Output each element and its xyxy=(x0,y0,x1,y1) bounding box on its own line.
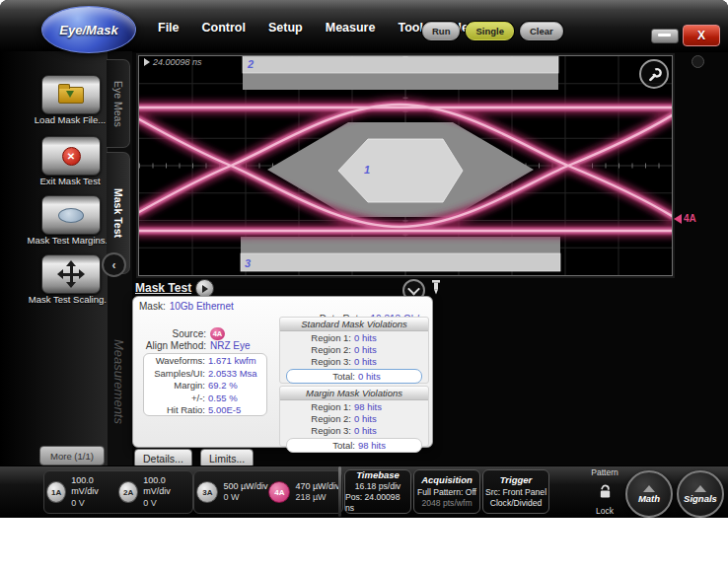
run-button[interactable]: Run xyxy=(422,22,460,40)
timebase-position-flag: 24.00098 ns xyxy=(144,57,202,67)
source-row: Source: 4A xyxy=(137,327,225,340)
mask-regions xyxy=(241,57,560,272)
stat-row: Margin:69.2 % xyxy=(144,380,266,391)
mask-name-row: Mask: 10Gb Ethernet xyxy=(139,301,234,312)
minimize-button[interactable] xyxy=(651,29,679,43)
violation-row: Region 1:0 hits xyxy=(280,332,428,343)
channel-2a-button[interactable]: 2A 100.0 mV/div0 V xyxy=(118,475,190,509)
screenshot-stage: File Control Setup Measure Tools Help Ru… xyxy=(0,0,728,572)
position-label: 24.00098 ns xyxy=(153,57,202,67)
standard-violations-header: Standard Mask Violations xyxy=(280,318,428,331)
position-marker-icon xyxy=(144,58,150,66)
folder-load-icon xyxy=(58,87,84,104)
channel-1a-badge: 1A xyxy=(46,481,66,503)
margin-total-box: Total:98 hits xyxy=(286,438,422,453)
violation-row: Region 3:0 hits xyxy=(280,356,428,367)
mask-top-margin-region xyxy=(243,73,558,90)
menu-measure[interactable]: Measure xyxy=(326,21,376,35)
source-channel-badge: 4A xyxy=(210,327,225,340)
violation-row: Region 2:0 hits xyxy=(280,413,428,424)
standard-mask-violations-group: Standard Mask Violations Region 1:0 hits… xyxy=(279,317,429,384)
tab-eye-meas[interactable]: Eye Meas xyxy=(107,59,130,148)
mask-test-results-panel: Mask: 10Gb Ethernet Data Rate: 10.313 Gb… xyxy=(132,296,433,448)
channel-1a-button[interactable]: 1A 100.0 mV/div0 V xyxy=(46,475,118,509)
channel-4a-badge: 4A xyxy=(268,481,290,503)
violation-row: Region 1:98 hits xyxy=(280,401,428,412)
more-measurements-button[interactable]: More (1/1) xyxy=(39,446,105,465)
eye-ellipse-icon xyxy=(58,208,84,223)
channel-group-1-2: 1A 100.0 mV/div0 V 2A 100.0 mV/div0 V xyxy=(43,470,193,514)
trigger-panel[interactable]: Trigger Src: Front Panel Clock/Divided xyxy=(482,469,549,514)
scroll-arrow-icon[interactable] xyxy=(692,55,704,68)
app-logo[interactable]: Eye/Mask xyxy=(41,6,136,53)
minimize-icon xyxy=(658,34,671,36)
exit-mask-test-button[interactable]: ✕ xyxy=(41,136,101,176)
mask-test-margins-button[interactable] xyxy=(41,195,101,235)
collapse-sidebar-icon[interactable]: ‹ xyxy=(102,252,126,277)
channel-3a-badge: 3A xyxy=(196,481,218,503)
acquisition-panel[interactable]: Acquisition Full Pattern: Off 2048 pts/w… xyxy=(413,469,480,514)
pattern-lock-button[interactable]: Pattern Lock xyxy=(587,467,622,516)
align-method-row: Align Method: NRZ Eye xyxy=(137,340,251,351)
mask-test-scaling-button[interactable] xyxy=(41,254,101,294)
status-bar-divider xyxy=(338,466,341,517)
close-button[interactable]: X xyxy=(683,25,720,46)
marker-triangle-icon xyxy=(674,214,682,224)
channel-3a-button[interactable]: 3A 500 µW/div0 W xyxy=(196,481,267,504)
menu-file[interactable]: File xyxy=(158,21,180,35)
mask-bottom-margin-region xyxy=(241,237,560,253)
signals-button[interactable]: Signals xyxy=(677,470,724,518)
mask-region-2-label: 2 xyxy=(247,58,254,70)
mask-statistics-box: Waveforms:1.671 kwfm Samples/UI:2.0533 M… xyxy=(143,353,267,416)
exit-x-icon: ✕ xyxy=(62,147,81,166)
run-controls: Run Single Clear xyxy=(422,22,563,40)
channel-4a-level-marker: 4A xyxy=(674,213,696,224)
stat-row: +/-:0.55 % xyxy=(144,393,266,403)
up-arrow-icon xyxy=(643,485,655,492)
violation-row: Region 3:0 hits xyxy=(280,425,428,436)
timebase-panel[interactable]: Timebase 16.18 ps/div Pos: 24.00098 ns xyxy=(344,469,411,514)
stat-row: Hit Ratio:5.00E-5 xyxy=(144,404,266,415)
menu-setup[interactable]: Setup xyxy=(268,21,303,35)
panel-pin-icon[interactable] xyxy=(429,279,443,296)
clear-button[interactable]: Clear xyxy=(520,22,563,40)
up-arrow-icon xyxy=(694,485,706,492)
stat-row: Waveforms:1.671 kwfm xyxy=(144,355,266,366)
margin-violations-header: Margin Mask Violations xyxy=(280,387,428,400)
four-way-arrows-icon xyxy=(58,261,84,287)
open-padlock-icon xyxy=(597,483,614,500)
eye-diagram-plot: 2 1 3 xyxy=(138,55,673,276)
display-setup-wrench-icon[interactable] xyxy=(639,59,669,89)
margin-mask-violations-group: Margin Mask Violations Region 1:98 hits … xyxy=(279,386,429,447)
app-window: File Control Setup Measure Tools Help Ru… xyxy=(0,0,728,518)
menu-control[interactable]: Control xyxy=(202,21,246,35)
sidebar: Load Mask File... ✕ Exit Mask Test Mask … xyxy=(0,51,107,465)
mask-region-1-label: 1 xyxy=(364,164,370,176)
mask-top-standard-region xyxy=(243,57,558,74)
channel-2a-badge: 2A xyxy=(118,481,138,503)
load-mask-file-button[interactable] xyxy=(41,75,101,114)
violation-row: Region 2:0 hits xyxy=(280,344,428,355)
channel-group-3-4: 3A 500 µW/div0 W 4A 470 µW/div218 µW xyxy=(193,470,343,514)
channel-4a-button[interactable]: 4A 470 µW/div218 µW xyxy=(268,481,339,504)
measurements-vertical-label: Measurements xyxy=(107,339,131,467)
single-button[interactable]: Single xyxy=(466,22,514,40)
mask-bottom-standard-region xyxy=(241,253,560,271)
math-button[interactable]: Math xyxy=(625,470,673,518)
panel-title: Mask Test xyxy=(135,281,191,295)
stat-row: Samples/UI:2.0533 Msa xyxy=(144,368,266,379)
mask-region-3-label: 3 xyxy=(245,257,251,269)
eye-diagram-svg: 2 1 3 xyxy=(139,56,672,275)
standard-total-box: Total:0 hits xyxy=(286,369,422,384)
